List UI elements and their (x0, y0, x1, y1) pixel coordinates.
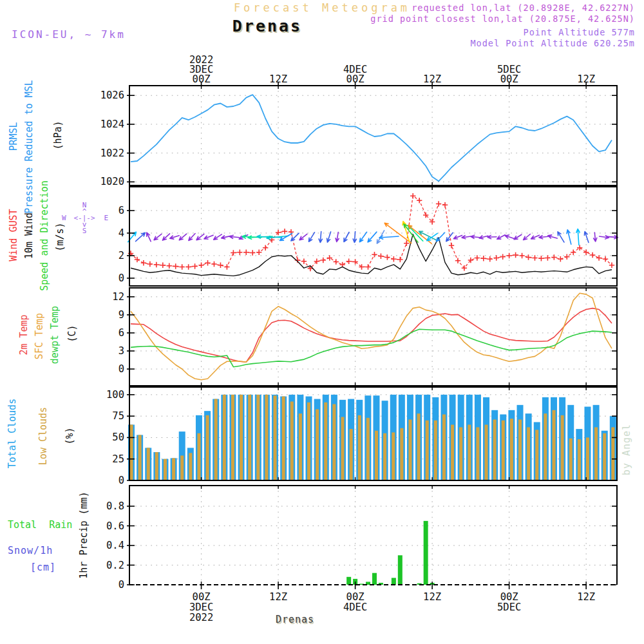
wind-direction-arrow (436, 232, 444, 242)
y-tick-label: 0 (118, 272, 124, 284)
wind-direction-arrow (368, 232, 377, 242)
y-tick-label: 4 (118, 227, 124, 239)
wind-direction-arrow (179, 234, 186, 240)
y-tick-label: 6 (118, 327, 124, 339)
cloud-bar-low (485, 424, 488, 480)
wind-direction-arrow (548, 235, 557, 238)
y-tick-label: 0 (118, 475, 124, 486)
gust-plus-markers (128, 193, 614, 271)
wind-direction-arrow (479, 236, 488, 239)
precip-bar (346, 577, 351, 585)
wind-direction-arrow (291, 233, 299, 241)
cloud-bar-low (316, 409, 319, 480)
wind-direction-arrow (584, 232, 589, 243)
y-tick-label: 0 (118, 363, 124, 375)
cloud-bar-low (400, 428, 403, 480)
y-tick-label: 0 (118, 579, 124, 591)
temp-dewpt-label: dewpt Temp (49, 306, 61, 364)
wind-direction-arrow (594, 232, 597, 242)
y-tick-label: 1026 (100, 90, 124, 101)
x-tick-label-bottom: 12Z (577, 591, 595, 603)
cloud-bar-low (408, 419, 412, 480)
x-tick-label-top: 00Z (193, 73, 211, 85)
cloud-bar-low (392, 432, 395, 480)
wind-direction-arrow (497, 235, 505, 240)
cloud-bar-low (155, 452, 158, 480)
snow-label: Snow/1h (8, 545, 53, 556)
cloud-bar-low (341, 417, 345, 480)
cloud-bar-low (383, 433, 386, 480)
cloud-bar-low (299, 413, 302, 480)
wind-direction-arrow (505, 235, 513, 238)
cloud-bar-low (417, 413, 421, 480)
cloud-bar-low (256, 395, 260, 480)
x-tick-label-bottom: 4DEC (343, 601, 367, 613)
cloud-bar-low (358, 415, 361, 480)
wind-direction-arrow (147, 232, 151, 242)
footer-station-label: Drenas (250, 614, 340, 625)
x-tick-label-top: 12Z (423, 73, 441, 85)
x-tick-label-bottom: 12Z (269, 591, 287, 603)
cloud-bar-low (493, 419, 497, 480)
low-clouds-label: Low Clouds (37, 407, 49, 465)
wind-direction-arrow (567, 230, 571, 244)
wind-direction-arrow (196, 234, 204, 240)
cloud-bar-low (172, 458, 175, 480)
cloud-bar-low (147, 448, 150, 480)
y-tick-label: 3 (118, 345, 124, 357)
wind-direction-arrow (607, 236, 618, 239)
cloud-bar-low (426, 421, 429, 480)
cloud-bar-low (459, 427, 462, 480)
cloud-bar-low (164, 459, 167, 480)
wind-direction-arrow (230, 235, 240, 238)
wind-direction-arrow (214, 234, 222, 240)
wind-direction-arrow (539, 236, 548, 239)
cloud-bar-low (553, 410, 556, 480)
wind-direction-arrow (299, 234, 307, 240)
cloud-bar-low (282, 397, 285, 480)
wind-direction-arrow (576, 229, 580, 245)
compass-south: S (70, 228, 99, 234)
cloud-bar-low (375, 431, 378, 480)
cloud-bar-low (290, 402, 294, 480)
wind-gust-label: Wind GUST (8, 209, 19, 261)
wind-direction-arrow (524, 234, 531, 240)
precip-bar (392, 578, 396, 585)
cloud-bar-low (332, 404, 336, 480)
credit-watermark: by Angel (621, 424, 632, 475)
wind-direction-arrow (600, 236, 609, 239)
cloud-bar-low (527, 427, 530, 480)
cloud-bar-low (434, 421, 437, 480)
ms-unit-label: (m/s) (54, 222, 66, 251)
wind-direction-arrow (309, 232, 315, 242)
temp-sfc-label: SFC Temp (33, 313, 45, 359)
cloud-bar-low (214, 399, 218, 480)
cloud-bar-low (535, 430, 538, 480)
cloud-bar-low (274, 395, 277, 480)
wind-direction-arrow (514, 234, 522, 239)
wind-direction-arrow (319, 232, 322, 243)
cloud-bar-low (476, 427, 479, 480)
compass-west: W (62, 215, 66, 222)
temperature-line-dewpt-temp (131, 329, 612, 366)
cloud-bar-low (130, 424, 133, 480)
cloud-bar-low (594, 427, 598, 480)
x-tick-label-top: 12Z (269, 73, 287, 85)
compass-east: E (104, 215, 108, 222)
temp-2m-label: 2m Temp (18, 314, 30, 355)
cm-unit-label: [cm] (30, 562, 56, 573)
x-tick-label-top: 00Z (346, 73, 365, 85)
wind-direction-arrow (379, 236, 399, 239)
cloud-bar-low (366, 418, 370, 480)
cloud-bar-low (502, 421, 505, 480)
cloud-bar-low (206, 415, 209, 480)
wind-compass: N ^ W<-|->E v S (70, 202, 99, 234)
wind-direction-arrow (344, 232, 349, 242)
cloud-bar-low (307, 402, 310, 480)
y-tick-label: 12 (112, 291, 124, 303)
prmsl-label: PRMSL (8, 122, 19, 151)
temperature-line-2m-temp (131, 308, 612, 363)
cloud-bar-low (569, 439, 573, 480)
y-tick-label: 0.6 (106, 520, 124, 532)
x-tick-label-top: 00Z (500, 73, 518, 85)
